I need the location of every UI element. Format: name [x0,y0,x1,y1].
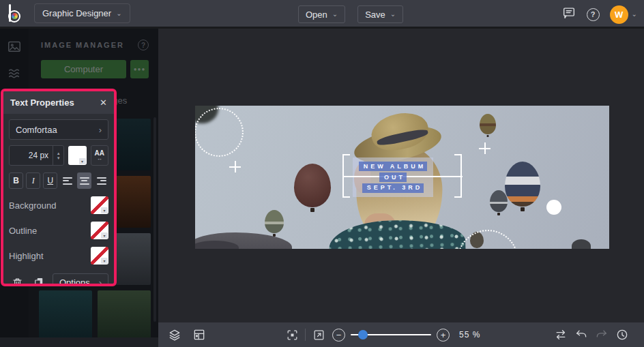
balloon-graphic [480,114,496,134]
templates-icon[interactable] [191,327,207,343]
swatch-caret-icon[interactable]: ▾ [101,258,108,264]
font-size-value: 24 px [10,151,53,160]
avatar[interactable]: W [610,5,628,24]
app-name-label: Graphic Designer [42,8,111,18]
open-button[interactable]: Open ⌄ [298,5,345,23]
save-button[interactable]: Save ⌄ [357,5,403,23]
canvas-text-line[interactable]: OUT [379,172,407,182]
outline-color-swatch[interactable]: ▾ [91,222,108,239]
layers-icon[interactable] [166,327,183,343]
underline-button[interactable]: U [43,172,57,189]
help-icon[interactable]: ? [587,8,600,21]
selected-text-layer[interactable]: NEW ALBUM OUT SEPT. 3RD [353,157,433,197]
balloon-graphic [294,164,331,207]
dotted-circle-graphic [195,108,244,157]
white-circle-graphic [546,200,561,215]
befunky-logo[interactable] [7,3,25,24]
undo-icon[interactable] [573,327,589,343]
zoom-slider[interactable] [351,334,431,335]
balloon-graphic [490,190,508,212]
design-canvas[interactable]: NEW ALBUM OUT SEPT. 3RD [195,106,609,249]
align-center-button[interactable] [77,172,91,189]
canvas-workspace: NEW ALBUM OUT SEPT. 3RD [158,29,644,322]
font-size-input[interactable]: 24 px ▲ ▼ [9,145,64,166]
close-icon[interactable]: ✕ [100,97,107,108]
plus-mark-graphic [479,142,491,154]
redo-icon [594,327,610,343]
zoom-level-value: 55 % [459,330,480,340]
font-family-value: Comfortaa [16,125,57,135]
chevron-right-icon: › [99,278,102,287]
letter-spacing-arrow-icon: ↔ [97,156,102,162]
background-color-swatch[interactable]: ▾ [91,196,108,214]
align-left-button[interactable] [60,172,74,189]
step-up-icon[interactable]: ▲ [57,151,61,155]
letter-case-button[interactable]: AA ↔ [91,145,109,166]
toolbar-divider [305,329,306,341]
dotted-arc-graphic [457,230,518,249]
chevron-down-icon: ⌄ [116,10,121,17]
feedback-chat-icon[interactable] [561,5,576,23]
compare-icon[interactable] [553,327,569,343]
account-menu[interactable]: W ⌄ [610,5,637,24]
step-down-icon[interactable]: ▼ [57,156,61,160]
highlight-color-swatch[interactable]: ▾ [91,247,108,265]
canvas-text-line[interactable]: SEPT. 3RD [362,183,424,193]
font-size-stepper: ▲ ▼ [53,146,63,165]
top-bar: Graphic Designer ⌄ Open ⌄ Save ⌄ ? W ⌄ [0,0,644,29]
swatch-caret-icon[interactable]: ▾ [101,207,108,213]
bold-button[interactable]: B [9,172,23,189]
open-label: Open [306,10,327,20]
swatch-caret-icon[interactable]: ▾ [79,158,86,164]
highlight-label: Highlight [9,251,44,261]
history-icon[interactable] [614,327,630,343]
background-label: Background [9,200,56,211]
options-button[interactable]: Options › [53,273,108,286]
chevron-right-icon: › [99,125,102,134]
fullscreen-preview-icon[interactable] [310,327,327,343]
panel-title: Text Properties [10,97,74,108]
fit-to-screen-icon[interactable] [284,327,300,343]
align-right-button[interactable] [94,172,108,189]
balloon-graphic [572,239,591,249]
chevron-down-icon: ⌄ [390,11,396,18]
canvas-text-line[interactable]: NEW ALBUM [359,162,428,171]
woman-floral-dress [328,218,466,249]
italic-button[interactable]: I [26,172,40,189]
text-properties-panel: Text Properties ✕ Comfortaa › 24 px ▲ ▼ … [1,89,117,286]
options-label: Options [59,277,90,287]
chevron-down-icon: ⌄ [632,11,637,18]
logo-color-wheel-icon [12,13,18,19]
balloon-graphic [505,162,540,207]
font-family-select[interactable]: Comfortaa › [9,119,108,140]
save-label: Save [365,10,385,20]
outline-label: Outline [9,226,37,236]
app-switcher-button[interactable]: Graphic Designer ⌄ [34,3,130,23]
chevron-down-icon: ⌄ [332,11,338,18]
balloon-graphic [265,210,284,233]
duplicate-layer-icon[interactable] [31,274,47,286]
zoom-out-button[interactable]: − [332,329,345,342]
zoom-slider-knob[interactable] [358,330,368,340]
swatch-caret-icon[interactable]: ▾ [101,232,108,239]
zoom-in-button[interactable]: + [437,329,450,342]
text-color-swatch[interactable]: ▾ [68,146,86,165]
plus-mark-graphic [229,161,241,172]
delete-layer-icon[interactable] [9,274,25,286]
